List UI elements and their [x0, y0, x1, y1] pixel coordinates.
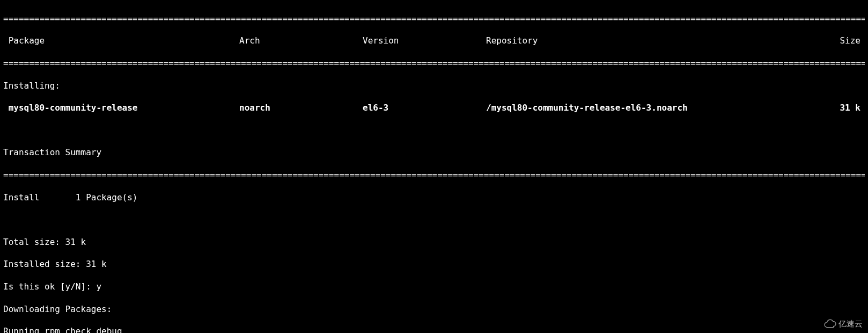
blank-line	[3, 214, 865, 226]
watermark-text: 亿速云	[838, 318, 863, 329]
installing-label: Installing:	[3, 81, 865, 92]
col-header-version: Version	[363, 35, 486, 47]
table-header-row: Package Arch Version Repository Size	[3, 35, 865, 47]
transaction-summary-label: Transaction Summary	[3, 147, 865, 158]
cell-repository: /mysql80-community-release-el6-3.noarch	[486, 103, 812, 114]
divider: ========================================…	[3, 170, 865, 181]
cell-version: el6-3	[363, 103, 486, 114]
installed-size-line: Installed size: 31 k	[3, 259, 865, 270]
table-row: mysql80-community-release noarch el6-3 /…	[3, 103, 865, 114]
terminal-output[interactable]: ========================================…	[0, 0, 868, 333]
cell-size: 31 k	[812, 103, 865, 114]
install-count-line: Install 1 Package(s)	[3, 192, 865, 204]
downloading-line: Downloading Packages:	[3, 304, 865, 315]
cloud-icon	[822, 318, 836, 328]
watermark: 亿速云	[822, 318, 863, 329]
blank-line	[3, 125, 865, 136]
col-header-arch: Arch	[239, 35, 363, 47]
col-header-size: Size	[812, 35, 865, 47]
rpm-check-line: Running rpm_check_debug	[3, 326, 865, 333]
cell-arch: noarch	[239, 103, 363, 114]
cell-package: mysql80-community-release	[3, 103, 239, 114]
col-header-package: Package	[3, 35, 239, 47]
divider: ========================================…	[3, 58, 865, 69]
divider: ========================================…	[3, 13, 865, 25]
confirm-prompt-line: Is this ok [y/N]: y	[3, 281, 865, 293]
total-size-line: Total size: 31 k	[3, 237, 865, 248]
col-header-repository: Repository	[486, 35, 812, 47]
